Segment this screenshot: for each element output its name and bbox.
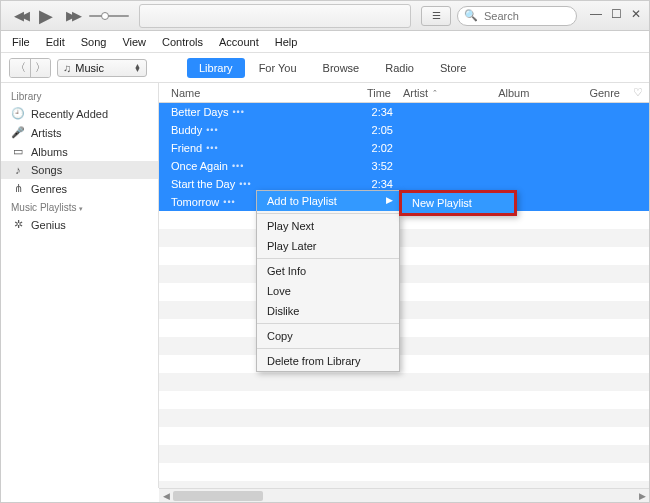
- track-time: 3:52: [345, 160, 399, 172]
- menu-bar: File Edit Song View Controls Account Hel…: [1, 31, 649, 53]
- sidebar-item-recently-added[interactable]: 🕘 Recently Added: [1, 104, 158, 123]
- menu-item[interactable]: Love: [257, 281, 399, 301]
- sidebar-item-albums[interactable]: ▭ Albums: [1, 142, 158, 161]
- tab-store[interactable]: Store: [428, 58, 478, 78]
- sidebar-item-label: Albums: [31, 146, 68, 158]
- close-button[interactable]: ✕: [627, 8, 645, 24]
- tab-browse[interactable]: Browse: [311, 58, 372, 78]
- source-selector[interactable]: ♫ Music ▲▼: [57, 59, 147, 77]
- menu-item[interactable]: Play Later: [257, 236, 399, 256]
- track-row[interactable]: Buddy •••2:05: [159, 121, 649, 139]
- col-time[interactable]: Time: [343, 87, 397, 99]
- menu-controls[interactable]: Controls: [155, 34, 210, 50]
- scroll-left-button[interactable]: ◀: [159, 491, 173, 501]
- view-toggle-button[interactable]: ☰: [421, 6, 451, 26]
- empty-row: [159, 373, 649, 391]
- more-icon[interactable]: •••: [232, 161, 244, 171]
- sidebar-item-genres[interactable]: ⋔ Genres: [1, 179, 158, 198]
- track-row[interactable]: Once Again •••3:52: [159, 157, 649, 175]
- menu-separator: [257, 348, 399, 349]
- sidebar-item-label: Artists: [31, 127, 62, 139]
- tab-library[interactable]: Library: [187, 58, 245, 78]
- chevron-down-icon: ▾: [79, 205, 83, 212]
- scroll-right-button[interactable]: ▶: [635, 491, 649, 501]
- menu-view[interactable]: View: [115, 34, 153, 50]
- search-input[interactable]: [482, 9, 562, 23]
- menu-help[interactable]: Help: [268, 34, 305, 50]
- sort-caret-icon: ⌃: [432, 89, 438, 97]
- submenu-item[interactable]: New Playlist: [402, 193, 514, 213]
- music-note-icon: ♫: [63, 62, 71, 74]
- album-icon: ▭: [11, 145, 25, 158]
- menu-item[interactable]: Copy: [257, 326, 399, 346]
- volume-slider[interactable]: [89, 15, 129, 17]
- col-album[interactable]: Album: [492, 87, 583, 99]
- sidebar-item-label: Genres: [31, 183, 67, 195]
- sidebar: Library 🕘 Recently Added 🎤 Artists ▭ Alb…: [1, 83, 159, 488]
- empty-row: [159, 355, 649, 373]
- menu-item[interactable]: Delete from Library: [257, 351, 399, 371]
- lcd-display: [139, 4, 411, 28]
- source-label: Music: [75, 62, 104, 74]
- menu-song[interactable]: Song: [74, 34, 114, 50]
- empty-row: [159, 319, 649, 337]
- sidebar-item-songs[interactable]: ♪ Songs: [1, 161, 158, 179]
- empty-row: [159, 283, 649, 301]
- empty-row: [159, 337, 649, 355]
- maximize-button[interactable]: ☐: [607, 8, 625, 24]
- col-name[interactable]: Name: [159, 87, 343, 99]
- track-row[interactable]: Better Days •••2:34: [159, 103, 649, 121]
- empty-row: [159, 481, 649, 488]
- previous-track-button[interactable]: ◀◀: [9, 8, 31, 23]
- track-name: Start the Day: [171, 178, 235, 190]
- menu-separator: [257, 258, 399, 259]
- menu-item[interactable]: Add to Playlist▶: [257, 191, 399, 211]
- horizontal-scrollbar[interactable]: ◀ ▶: [159, 488, 649, 502]
- forward-button[interactable]: 〉: [30, 59, 50, 77]
- empty-row: [159, 301, 649, 319]
- back-button[interactable]: 〈: [10, 59, 30, 77]
- menu-item[interactable]: Get Info: [257, 261, 399, 281]
- empty-row: [159, 391, 649, 409]
- more-icon[interactable]: •••: [232, 107, 244, 117]
- tab-for-you[interactable]: For You: [247, 58, 309, 78]
- track-name: Better Days: [171, 106, 228, 118]
- col-genre[interactable]: Genre: [583, 87, 633, 99]
- scrollbar-thumb[interactable]: [173, 491, 263, 501]
- minimize-button[interactable]: —: [587, 8, 605, 24]
- context-submenu: New Playlist: [399, 190, 517, 216]
- col-artist[interactable]: Artist⌃: [397, 87, 492, 99]
- caret-icon: ▲▼: [134, 64, 141, 72]
- sidebar-item-artists[interactable]: 🎤 Artists: [1, 123, 158, 142]
- genius-icon: ✲: [11, 218, 25, 231]
- play-button[interactable]: ▶: [35, 5, 57, 27]
- column-headers: Name Time Artist⌃ Album Genre ♡: [159, 83, 649, 103]
- sidebar-section-library: Library: [1, 87, 158, 104]
- empty-row: [159, 409, 649, 427]
- next-track-button[interactable]: ▶▶: [61, 8, 83, 23]
- menu-file[interactable]: File: [5, 34, 37, 50]
- tab-radio[interactable]: Radio: [373, 58, 426, 78]
- empty-row: [159, 229, 649, 247]
- menu-item[interactable]: Play Next: [257, 216, 399, 236]
- clock-icon: 🕘: [11, 107, 25, 120]
- col-love[interactable]: ♡: [633, 86, 649, 99]
- menu-account[interactable]: Account: [212, 34, 266, 50]
- track-row[interactable]: Friend •••2:02: [159, 139, 649, 157]
- more-icon[interactable]: •••: [206, 125, 218, 135]
- search-field[interactable]: 🔍: [457, 6, 577, 26]
- more-icon[interactable]: •••: [206, 143, 218, 153]
- track-list: Name Time Artist⌃ Album Genre ♡ Better D…: [159, 83, 649, 488]
- empty-row: [159, 445, 649, 463]
- note-icon: ♪: [11, 164, 25, 176]
- more-icon[interactable]: •••: [223, 197, 235, 207]
- empty-row: [159, 463, 649, 481]
- sidebar-section-playlists[interactable]: Music Playlists▾: [1, 198, 158, 215]
- track-name: Buddy: [171, 124, 202, 136]
- menu-edit[interactable]: Edit: [39, 34, 72, 50]
- title-bar: ◀◀ ▶ ▶▶ ☰ 🔍 — ☐ ✕: [1, 1, 649, 31]
- sidebar-item-genius[interactable]: ✲ Genius: [1, 215, 158, 234]
- more-icon[interactable]: •••: [239, 179, 251, 189]
- sidebar-item-label: Recently Added: [31, 108, 108, 120]
- menu-item[interactable]: Dislike: [257, 301, 399, 321]
